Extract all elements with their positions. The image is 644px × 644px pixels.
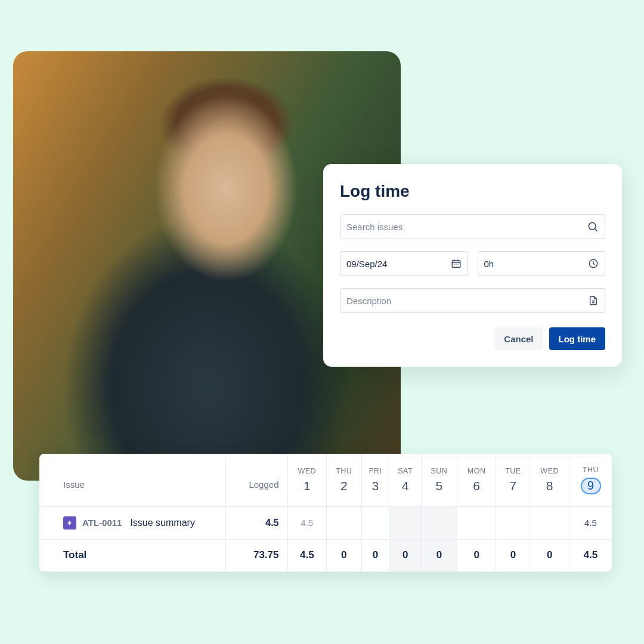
cell[interactable]: [530, 506, 569, 539]
day-dow: WED: [288, 467, 327, 475]
cell[interactable]: [422, 506, 457, 539]
day-num: 9: [581, 478, 601, 494]
clock-icon: [588, 258, 599, 269]
log-time-button[interactable]: Log time: [549, 327, 606, 350]
timesheet-header-row: Issue Logged WED1THU2FRI3SAT4SUN5MON6TUE…: [39, 454, 612, 506]
search-issues-input[interactable]: [346, 222, 587, 232]
date-value: 09/Sep/24: [346, 259, 451, 269]
col-day-6: MON6: [457, 454, 496, 506]
issue-summary: Issue summary: [130, 518, 194, 528]
col-day-5: SUN5: [422, 454, 457, 506]
day-num: 5: [422, 479, 457, 493]
day-dow: THU: [327, 467, 361, 475]
total-cell: 0: [496, 539, 530, 571]
timesheet-table: Issue Logged WED1THU2FRI3SAT4SUN5MON6TUE…: [39, 454, 612, 572]
col-day-3: FRI3: [361, 454, 389, 506]
total-cell: 4.5: [287, 539, 327, 571]
epic-icon: [63, 516, 76, 530]
cell[interactable]: [496, 506, 530, 539]
day-num: 4: [389, 479, 421, 493]
col-day-4: SAT4: [389, 454, 422, 506]
svg-point-11: [457, 266, 458, 267]
svg-point-0: [589, 222, 596, 230]
svg-point-9: [454, 266, 454, 267]
total-row: Total 73.75 4.500000004.5: [39, 539, 612, 571]
total-cell: 0: [422, 539, 457, 571]
col-day-1: WED1: [287, 454, 327, 506]
total-cell: 0: [361, 539, 389, 571]
duration-value: 0h: [484, 259, 589, 269]
day-num: 1: [288, 479, 327, 493]
cancel-button[interactable]: Cancel: [494, 327, 543, 350]
total-label: Total: [39, 539, 225, 571]
issue-logged: 4.5: [225, 506, 287, 539]
day-num: 3: [362, 479, 389, 493]
cell[interactable]: 4.5: [287, 506, 327, 539]
total-cell: 4.5: [569, 539, 612, 571]
duration-field[interactable]: 0h: [478, 251, 606, 276]
description-input[interactable]: [346, 296, 588, 306]
svg-point-8: [457, 264, 458, 265]
svg-line-1: [595, 229, 597, 231]
day-dow: SAT: [389, 467, 421, 475]
timesheet: Issue Logged WED1THU2FRI3SAT4SUN5MON6TUE…: [39, 454, 612, 572]
day-num: 7: [496, 479, 530, 493]
cell[interactable]: [389, 506, 422, 539]
col-day-2: THU2: [327, 454, 361, 506]
issue-row[interactable]: ATL-0011 Issue summary 4.5 4.54.5: [39, 506, 612, 539]
search-issues-field[interactable]: [340, 214, 605, 239]
document-icon: [588, 295, 599, 306]
col-issue: Issue: [39, 454, 225, 506]
log-time-modal: Log time 09/Sep/24 0h: [323, 164, 622, 367]
description-field[interactable]: [340, 288, 605, 313]
svg-point-7: [456, 264, 456, 265]
day-dow: MON: [457, 467, 496, 475]
col-day-9: THU9: [569, 454, 612, 506]
total-cell: 0: [530, 539, 569, 571]
day-dow: TUE: [496, 467, 530, 475]
search-icon: [587, 221, 599, 233]
total-cell: 0: [327, 539, 361, 571]
issue-key: ATL-0011: [82, 518, 122, 528]
date-field[interactable]: 09/Sep/24: [340, 251, 468, 276]
total-logged: 73.75: [225, 539, 287, 571]
total-cell: 0: [457, 539, 496, 571]
cell[interactable]: [327, 506, 361, 539]
issue-cell: ATL-0011 Issue summary: [39, 506, 225, 539]
day-num: 8: [530, 479, 569, 493]
col-day-8: WED8: [530, 454, 569, 506]
svg-point-10: [456, 266, 456, 267]
day-dow: THU: [569, 466, 612, 474]
day-num: 2: [327, 479, 361, 493]
modal-title: Log time: [340, 182, 605, 201]
total-cell: 0: [389, 539, 422, 571]
day-num: 6: [457, 479, 496, 493]
cell[interactable]: 4.5: [569, 506, 612, 539]
col-logged: Logged: [225, 454, 287, 506]
calendar-icon: [451, 258, 462, 269]
day-dow: SUN: [422, 467, 457, 475]
cell[interactable]: [457, 506, 496, 539]
svg-point-6: [454, 264, 454, 265]
day-dow: WED: [530, 467, 569, 475]
cell[interactable]: [361, 506, 389, 539]
day-dow: FRI: [362, 467, 389, 475]
col-day-7: TUE7: [496, 454, 530, 506]
